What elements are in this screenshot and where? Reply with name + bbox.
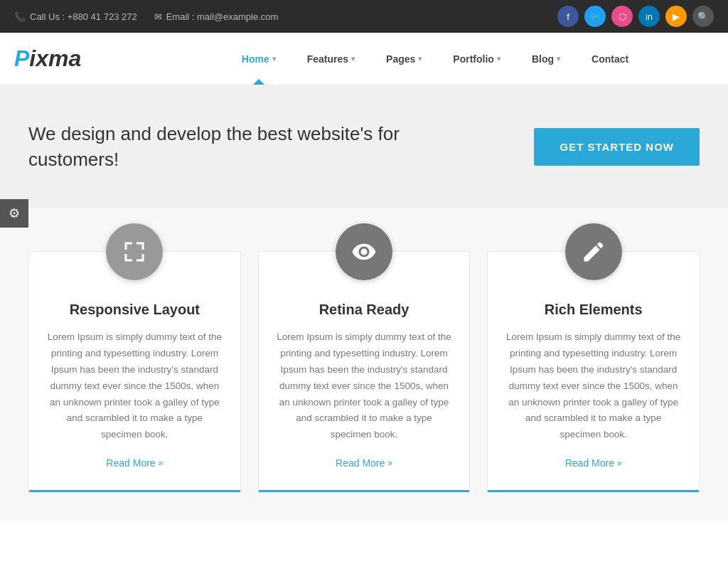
phone-icon: 📞 [14,11,26,22]
linkedin-icon[interactable]: in [638,6,660,27]
features-grid: Responsive Layout Lorem Ipsum is simply … [28,251,700,493]
read-more-arrows: » [159,458,164,468]
top-bar-contacts: 📞 Call Us : +880 41 723 272 ✉ Email : ma… [14,11,278,22]
nav-portfolio[interactable]: Portfolio ▾ [437,33,516,85]
email-icon: ✉ [154,11,162,22]
edit-icon [565,223,622,280]
hero-headline: We design and develop the best website's… [28,121,427,173]
rich-read-more[interactable]: Read More » [565,457,622,469]
responsive-read-more[interactable]: Read More » [106,457,163,469]
responsive-title: Responsive Layout [70,302,200,318]
retina-read-more[interactable]: Read More » [336,457,392,469]
read-more-label: Read More [565,457,614,469]
nav-portfolio-label: Portfolio [453,53,494,65]
read-more-arrows: » [387,458,392,468]
gear-icon: ⚙ [9,206,20,221]
responsive-text: Lorem Ipsum is simply dummy text of the … [46,329,223,444]
edit-svg [581,239,606,265]
chevron-down-icon: ▾ [351,55,355,63]
settings-button[interactable]: ⚙ [0,199,28,228]
rich-text: Lorem Ipsum is simply dummy text of the … [505,329,682,444]
hero-section: ⚙ We design and develop the best website… [0,85,728,208]
expand-icon [106,223,163,280]
nav-pages[interactable]: Pages ▾ [370,33,437,85]
social-icons: f 🐦 ⬡ in ▶ 🔍 [557,6,714,27]
facebook-icon[interactable]: f [557,6,579,27]
chevron-down-icon: ▾ [497,55,500,63]
nav-home-label: Home [242,53,269,65]
dribbble-icon[interactable]: ⬡ [611,6,633,27]
nav-contact-label: Contact [592,53,628,65]
email-contact: ✉ Email : mail@example.com [154,11,279,22]
rss-icon[interactable]: ▶ [665,6,687,27]
header: Pixma Home ▾ Features ▾ Pages ▾ Portfoli… [0,33,728,85]
nav-contact[interactable]: Contact [576,33,644,85]
retina-title: Retina Ready [319,302,410,318]
feature-card-rich: Rich Elements Lorem Ipsum is simply dumm… [487,251,700,493]
nav-features-label: Features [307,53,348,65]
feature-card-retina: Retina Ready Lorem Ipsum is simply dummy… [258,251,471,493]
rich-title: Rich Elements [545,302,643,318]
logo-text: Pixma [14,46,81,71]
feature-card-responsive: Responsive Layout Lorem Ipsum is simply … [28,251,241,493]
twitter-icon[interactable]: 🐦 [584,6,606,27]
phone-contact: 📞 Call Us : +880 41 723 272 [14,11,137,22]
read-more-label: Read More [106,457,155,469]
get-started-button[interactable]: GET STARTED NOW [534,128,700,166]
phone-label: Call Us : +880 41 723 272 [30,11,137,22]
expand-svg [122,239,147,265]
retina-text: Lorem Ipsum is simply dummy text of the … [276,329,453,444]
logo[interactable]: Pixma [0,33,142,85]
eye-svg [351,239,377,265]
chevron-down-icon: ▾ [272,55,276,63]
email-label: Email : mail@example.com [166,11,279,22]
read-more-label: Read More [336,457,385,469]
top-bar: 📞 Call Us : +880 41 723 272 ✉ Email : ma… [0,0,728,33]
main-nav: Home ▾ Features ▾ Pages ▾ Portfolio ▾ Bl… [142,33,728,85]
features-section: Responsive Layout Lorem Ipsum is simply … [0,208,728,521]
read-more-arrows: » [617,458,622,468]
eye-icon [336,223,392,280]
nav-blog[interactable]: Blog ▾ [516,33,576,85]
nav-features[interactable]: Features ▾ [291,33,370,85]
nav-blog-label: Blog [532,53,554,65]
search-button[interactable]: 🔍 [692,6,714,27]
nav-pages-label: Pages [386,53,415,65]
chevron-down-icon: ▾ [418,55,422,63]
nav-home[interactable]: Home ▾ [226,33,291,85]
chevron-down-icon: ▾ [557,55,560,63]
